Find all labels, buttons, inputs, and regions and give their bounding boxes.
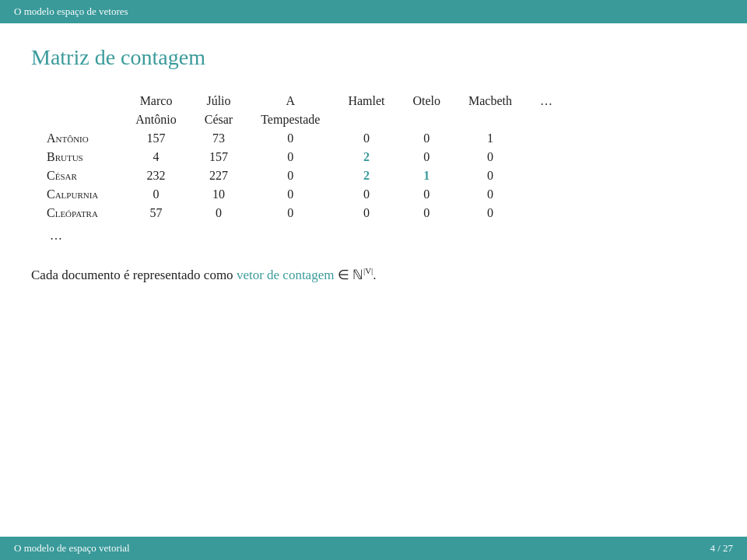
cell-value: 157: [121, 129, 190, 148]
table-row: Brutus41570200: [47, 148, 566, 166]
cell-value: 1: [454, 129, 526, 148]
cell-value: 0: [121, 185, 190, 204]
cell-value: 0: [247, 185, 334, 204]
col-header-hamlet: Hamlet: [334, 92, 398, 110]
cell-value: 0: [454, 166, 526, 185]
cell-value: 0: [247, 148, 334, 166]
cell-value: 0: [247, 204, 334, 222]
cell-value: 73: [191, 129, 247, 148]
cell-value: 227: [191, 166, 247, 185]
matrix-body: Antônio157730001Brutus41570200César23222…: [47, 129, 566, 222]
cell-value: 0: [398, 129, 454, 148]
top-bar: O modelo espaço de vetores: [0, 0, 747, 23]
matrix-area: Marco Júlio A Hamlet Otelo Macbeth … Ant…: [47, 92, 716, 243]
cell-value: 0: [334, 204, 398, 222]
col-header-macbeth: Macbeth: [454, 92, 526, 110]
description-period: .: [373, 268, 376, 282]
col-header-otelo: Otelo: [398, 92, 454, 110]
col-header-a: A: [247, 92, 334, 110]
cell-value: 0: [334, 185, 398, 204]
cell-value: 0: [454, 185, 526, 204]
cell-value: 0: [247, 129, 334, 148]
cell-value: 0: [398, 148, 454, 166]
main-content: Matriz de contagem Marco Júlio A Hamlet …: [0, 23, 747, 299]
cell-value: 2: [334, 166, 398, 185]
col-header-row1: Marco Júlio A Hamlet Otelo Macbeth …: [47, 92, 566, 110]
table-row: Antônio157730001: [47, 129, 566, 148]
table-row: Cleópatra5700000: [47, 204, 566, 222]
cell-value: 0: [454, 204, 526, 222]
cell-value: 0: [334, 129, 398, 148]
description-superscript: |V|: [363, 266, 373, 275]
description: Cada documento é representado como vetor…: [31, 266, 716, 283]
col-header-dots: …: [526, 92, 566, 110]
row-label: Brutus: [47, 148, 121, 166]
cell-value: 1: [398, 166, 454, 185]
cell-value: 2: [334, 148, 398, 166]
col-subheader-tempestade: Tempestade: [247, 110, 334, 129]
cell-value: 10: [191, 185, 247, 204]
col-subheader-antonio: Antônio: [121, 110, 190, 129]
description-highlight: vetor de contagem: [237, 268, 335, 282]
bottom-bar-left: O modelo de espaço vetorial: [14, 542, 130, 555]
col-header-row2: Antônio César Tempestade: [47, 110, 566, 129]
description-text-before: Cada documento é representado como: [31, 268, 237, 282]
row-label: Cleópatra: [47, 204, 121, 222]
cell-value: 57: [121, 204, 190, 222]
cell-value: 157: [191, 148, 247, 166]
table-row: Calpurnia0100000: [47, 185, 566, 204]
cell-value: 0: [191, 204, 247, 222]
top-bar-title: O modelo espaço de vetores: [14, 5, 128, 18]
cell-value: 0: [454, 148, 526, 166]
cell-value: 4: [121, 148, 190, 166]
col-header-julio: Júlio: [191, 92, 247, 110]
cell-value: 0: [398, 204, 454, 222]
bottom-bar: O modelo de espaço vetorial 4 / 27: [0, 537, 747, 560]
row-label: Calpurnia: [47, 185, 121, 204]
cell-value: 0: [247, 166, 334, 185]
col-header-marco: Marco: [121, 92, 190, 110]
row-label: César: [47, 166, 121, 185]
col-subheader-cesar: César: [191, 110, 247, 129]
row-dots: …: [50, 229, 716, 243]
table-row: César2322270210: [47, 166, 566, 185]
bottom-bar-right: 4 / 27: [710, 542, 733, 555]
description-text-after: ∈ ℕ: [334, 268, 363, 282]
page-title: Matriz de contagem: [31, 45, 716, 70]
matrix-table: Marco Júlio A Hamlet Otelo Macbeth … Ant…: [47, 92, 566, 222]
cell-value: 0: [398, 185, 454, 204]
cell-value: 232: [121, 166, 190, 185]
row-label: Antônio: [47, 129, 121, 148]
